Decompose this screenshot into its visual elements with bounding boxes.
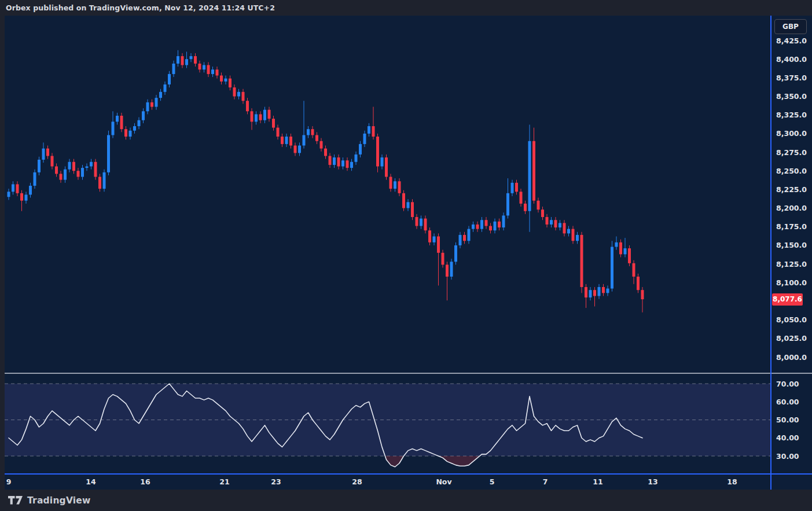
price-axis-label: 8,300.0: [776, 129, 807, 138]
candle-body: [303, 135, 306, 145]
candle-body: [42, 149, 45, 160]
candle-body: [237, 92, 240, 97]
candle-body: [554, 220, 557, 227]
rsi-axis-label: 70.00: [776, 380, 799, 388]
rsi-axis-label: 40.00: [776, 433, 799, 442]
candle-body: [472, 225, 475, 229]
candle-body: [242, 92, 245, 101]
candle-body: [624, 248, 627, 254]
tradingview-logo-icon[interactable]: [8, 496, 23, 505]
time-axis-label: 23: [271, 477, 281, 486]
currency-badge[interactable]: GBP: [774, 19, 807, 34]
time-axis-label: 9: [6, 477, 12, 486]
candle-body: [485, 220, 488, 226]
candle-body: [207, 65, 210, 73]
candle-body: [480, 220, 483, 229]
candle-body: [285, 137, 288, 144]
candle-body: [60, 174, 63, 179]
candle-body: [90, 162, 93, 167]
candle-body: [416, 217, 418, 226]
candle-body: [381, 157, 384, 166]
candle-body: [363, 134, 366, 144]
candle-body: [294, 145, 297, 153]
candle-body: [333, 157, 336, 165]
price-axis-label: 8,150.0: [776, 241, 807, 249]
candle-body: [524, 204, 527, 211]
candle-body: [164, 84, 167, 92]
candle-body: [307, 129, 310, 135]
candle-body: [585, 287, 587, 297]
candle-body: [320, 141, 323, 149]
candle-body: [190, 56, 193, 59]
price-axis-label: 8,375.0: [776, 73, 807, 82]
candle-body: [641, 290, 644, 299]
candle-body: [602, 287, 605, 293]
candle-body: [402, 193, 405, 208]
candle-body: [593, 290, 596, 296]
chart-area: 8,425.08,400.08,375.08,350.08,325.08,300…: [5, 16, 812, 490]
price-axis-label: 8,000.0: [776, 353, 807, 362]
candle-body: [329, 156, 332, 164]
chart-canvas[interactable]: 8,425.08,400.08,375.08,350.08,325.08,300…: [5, 16, 812, 490]
candle-body: [142, 111, 145, 120]
candle-body: [428, 230, 431, 242]
candle-body: [433, 236, 436, 242]
candle-body: [12, 184, 14, 192]
footer-bar: TradingView: [0, 490, 812, 511]
candle-body: [537, 201, 540, 209]
candle-body: [277, 128, 280, 137]
price-axis-label: 8,125.0: [776, 260, 807, 269]
candle-body: [628, 248, 631, 263]
candle-body: [259, 114, 262, 120]
candle-body: [34, 172, 36, 186]
candle-body: [81, 168, 84, 177]
candle-body: [463, 235, 466, 241]
candle-body: [559, 223, 561, 227]
time-axis-label: 18: [727, 477, 737, 486]
candle-body: [16, 184, 19, 193]
candle-body: [255, 114, 258, 122]
candle-body: [598, 287, 601, 296]
time-axis-label: 14: [86, 477, 96, 486]
candle-body: [437, 236, 440, 252]
candle-body: [442, 253, 444, 265]
candle-body: [55, 167, 58, 174]
price-axis-label: 8,425.0: [776, 36, 807, 45]
candle-body: [546, 217, 549, 225]
candle-body: [272, 119, 275, 127]
candle-body: [502, 215, 505, 227]
candle-body: [94, 162, 97, 177]
candle-body: [51, 156, 54, 166]
candle-body: [506, 193, 509, 216]
time-axis-label: 13: [648, 477, 657, 486]
price-axis-label: 8,100.0: [776, 278, 807, 287]
time-axis-label: 16: [140, 477, 150, 486]
candle-body: [576, 235, 579, 241]
candle-body: [615, 242, 618, 247]
candle-body: [229, 79, 232, 87]
tradingview-brand-text[interactable]: TradingView: [27, 495, 91, 506]
candle-body: [72, 162, 75, 171]
candle-body: [633, 263, 635, 277]
candle-body: [138, 120, 141, 126]
chart-background: [5, 16, 812, 490]
candle-body: [194, 56, 197, 64]
time-axis-label: 7: [543, 477, 548, 486]
candle-body: [177, 56, 179, 64]
candle-body: [268, 110, 271, 119]
currency-badge-label: GBP: [782, 23, 799, 31]
time-axis-label: 5: [490, 477, 495, 486]
candle-body: [220, 75, 223, 81]
candle-body: [246, 101, 249, 111]
candle-body: [489, 226, 492, 230]
candle-body: [107, 135, 110, 172]
candle-body: [424, 219, 427, 231]
candle-body: [637, 277, 640, 290]
candle-body: [168, 74, 171, 84]
candle-body: [376, 137, 379, 166]
price-axis-label: 8,275.0: [776, 148, 807, 157]
candle-body: [532, 141, 535, 201]
time-axis-label: 28: [352, 477, 362, 486]
price-axis-label: 8,325.0: [776, 111, 807, 119]
price-axis-label: 8,025.0: [776, 334, 807, 343]
